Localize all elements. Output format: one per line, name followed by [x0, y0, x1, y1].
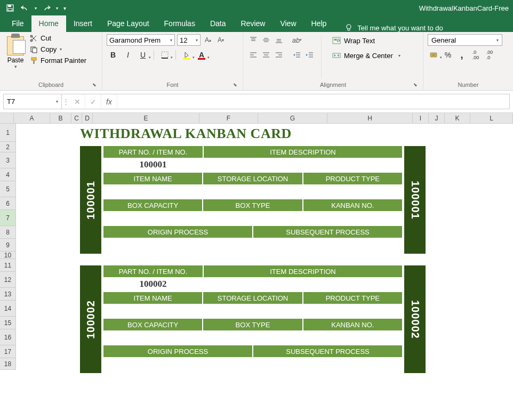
tab-formulas[interactable]: Formulas — [157, 15, 203, 32]
tab-file[interactable]: File — [4, 15, 31, 32]
card2-item-name-value[interactable] — [103, 304, 203, 318]
card2-storage-loc-value[interactable] — [203, 304, 303, 318]
cancel-formula-button[interactable]: ✕ — [69, 94, 85, 109]
align-left-button[interactable] — [247, 49, 259, 61]
card1-kanban-no-value[interactable] — [303, 211, 402, 225]
col-header-E[interactable]: E — [93, 113, 199, 123]
row-header-1[interactable]: 1 — [0, 124, 15, 142]
italic-button[interactable]: I — [122, 49, 134, 61]
bold-button[interactable]: B — [107, 49, 119, 61]
redo-dropdown[interactable]: ▾ — [54, 2, 60, 14]
save-button[interactable] — [3, 2, 17, 14]
undo-button[interactable] — [18, 2, 32, 14]
decrease-indent-button[interactable] — [291, 49, 303, 61]
align-center-button[interactable] — [260, 49, 272, 61]
row-header-2[interactable]: 2 — [0, 142, 15, 152]
border-button[interactable]: ▾ — [158, 49, 171, 61]
row-header-15[interactable]: 15 — [0, 317, 15, 329]
col-header-C[interactable]: C — [71, 113, 82, 123]
col-header-H[interactable]: H — [327, 113, 413, 123]
row-header-18[interactable]: 18 — [0, 358, 15, 370]
clipboard-dialog-launcher[interactable]: ⬊ — [91, 82, 98, 88]
card1-box-type-value[interactable] — [203, 211, 303, 225]
col-header-B[interactable]: B — [50, 113, 71, 123]
accounting-format-button[interactable]: ▾ — [428, 49, 440, 61]
font-dialog-launcher[interactable]: ⬊ — [232, 82, 238, 88]
row-header-9[interactable]: 9 — [0, 239, 15, 252]
insert-function-button[interactable]: fx — [101, 94, 117, 109]
row-header-11[interactable]: 11 — [0, 259, 15, 272]
card2-kanban-no-value[interactable] — [303, 330, 402, 344]
font-color-button[interactable]: A▾ — [195, 49, 208, 61]
row-header-8[interactable]: 8 — [0, 226, 15, 239]
col-header-I[interactable]: I — [413, 113, 429, 123]
orientation-button[interactable]: ab▾ — [291, 34, 303, 46]
wrap-text-button[interactable]: ab Wrap Text — [332, 34, 400, 47]
spreadsheet-grid[interactable]: ABCDEFGHIJKL 123456789101112131415161718… — [0, 113, 513, 420]
increase-font-button[interactable]: A▴ — [203, 35, 213, 45]
align-middle-button[interactable] — [260, 34, 272, 46]
tab-home[interactable]: Home — [31, 15, 66, 32]
col-header-A[interactable]: A — [14, 113, 50, 123]
undo-dropdown[interactable]: ▾ — [33, 2, 38, 14]
name-box-expand[interactable]: ⋮ — [62, 94, 69, 109]
decrease-font-button[interactable]: A▾ — [215, 35, 226, 45]
card2-origin-value[interactable] — [103, 357, 253, 372]
enter-formula-button[interactable]: ✓ — [85, 94, 101, 109]
underline-button[interactable]: U▾ — [137, 49, 149, 61]
row-header-12[interactable]: 12 — [0, 272, 15, 288]
percent-format-button[interactable]: % — [442, 49, 454, 61]
row-header-14[interactable]: 14 — [0, 301, 15, 317]
row-header-3[interactable]: 3 — [0, 152, 15, 168]
number-format-combo[interactable]: General▾ — [428, 34, 502, 46]
align-top-button[interactable] — [247, 34, 259, 46]
card2-box-type-value[interactable] — [203, 330, 303, 344]
card2-subsequent-value[interactable] — [253, 357, 402, 372]
col-header-D[interactable]: D — [82, 113, 93, 123]
card1-part-no-value[interactable]: 100001 — [103, 158, 204, 172]
row-header-6[interactable]: 6 — [0, 197, 15, 210]
formula-input[interactable] — [117, 94, 509, 109]
row-header-5[interactable]: 5 — [0, 181, 15, 197]
col-header-G[interactable]: G — [258, 113, 327, 123]
card2-part-no-value[interactable]: 100002 — [103, 277, 204, 291]
align-right-button[interactable] — [273, 49, 285, 61]
fill-color-button[interactable]: ▾ — [180, 49, 193, 61]
col-header-K[interactable]: K — [445, 113, 470, 123]
tab-insert[interactable]: Insert — [66, 15, 100, 32]
align-bottom-button[interactable] — [273, 34, 285, 46]
card1-subsequent-value[interactable] — [253, 238, 402, 253]
format-painter-button[interactable]: Format Painter — [30, 56, 86, 64]
card1-storage-loc-value[interactable] — [203, 184, 303, 198]
card2-item-desc-value[interactable] — [204, 277, 402, 291]
tab-review[interactable]: Review — [234, 15, 273, 32]
name-box[interactable]: T7▾ — [3, 94, 62, 109]
col-header-F[interactable]: F — [199, 113, 258, 123]
tab-data[interactable]: Data — [203, 15, 234, 32]
row-header-10[interactable]: 10 — [0, 252, 15, 259]
comma-format-button[interactable]: , — [455, 49, 468, 61]
card1-item-desc-value[interactable] — [204, 158, 402, 172]
font-size-combo[interactable]: 12▾ — [177, 34, 201, 46]
tab-view[interactable]: View — [272, 15, 303, 32]
paste-button[interactable]: Paste ▾ — [4, 34, 27, 80]
row-header-17[interactable]: 17 — [0, 345, 15, 358]
row-header-13[interactable]: 13 — [0, 288, 15, 301]
increase-decimal-button[interactable]: .0.00 — [469, 49, 482, 61]
alignment-dialog-launcher[interactable]: ⬊ — [412, 82, 419, 88]
increase-indent-button[interactable] — [304, 49, 316, 61]
card2-box-cap-value[interactable] — [103, 330, 203, 344]
row-header-7[interactable]: 7 — [0, 210, 15, 226]
merge-center-button[interactable]: Merge & Center ▾ — [332, 49, 400, 62]
card1-item-name-value[interactable] — [103, 184, 203, 198]
decrease-decimal-button[interactable]: .00.0 — [483, 49, 496, 61]
redo-button[interactable] — [39, 2, 53, 14]
col-header-J[interactable]: J — [429, 113, 445, 123]
tell-me-search[interactable]: Tell me what you want to do — [344, 23, 443, 32]
card2-product-type-value[interactable] — [303, 304, 402, 318]
card1-box-cap-value[interactable] — [103, 211, 203, 225]
tab-page-layout[interactable]: Page Layout — [100, 15, 157, 32]
row-header-4[interactable]: 4 — [0, 168, 15, 181]
copy-button[interactable]: Copy ▾ — [30, 45, 86, 53]
select-all-corner[interactable] — [0, 113, 14, 123]
